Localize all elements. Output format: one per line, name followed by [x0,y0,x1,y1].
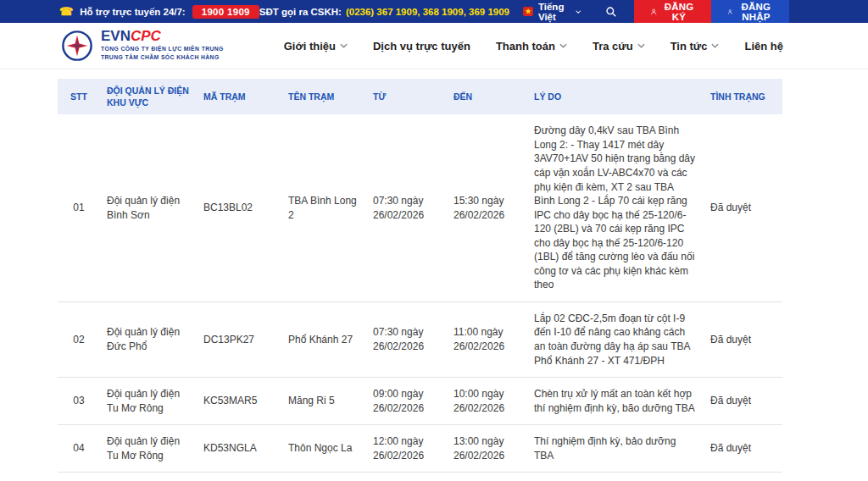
site-header: EVNCPC TỔNG CÔNG TY ĐIỆN LỰC MIỀN TRUNG … [0,23,868,69]
table-row: 05Đội quản lý điện Đức PhổDC13MI15Phổ Mi… [58,473,782,481]
cell-doi: Đội quản lý điện Bình Sơn [100,114,197,301]
cell-doi: Đội quản lý điện Đức Phổ [100,473,197,481]
cell-tinh_trang: Đã duyệt [704,114,782,301]
outage-table-body: 01Đội quản lý điện Bình SơnBC13BL02TBA B… [58,114,782,481]
register-button[interactable]: ĐĂNG KÝ [634,0,712,23]
cell-doi: Đội quản lý điện Tu Mơ Rông [100,378,197,425]
chevron-down-icon [711,43,719,48]
evn-logo-icon [61,30,93,62]
cell-stt: 04 [58,425,100,473]
vietnam-flag-icon: ★ [523,7,533,16]
org-line1: TỔNG CÔNG TY ĐIỆN LỰC MIỀN TRUNG [101,45,224,53]
topbar: ☎ Hỗ trợ trực tuyến 24/7: 1900 1909 SĐT … [0,0,868,23]
cell-tinh_trang: Đã duyệt [704,301,782,377]
cskh-numbers: (0236) 367 1909, 368 1909, 369 1909 [346,7,509,17]
cell-ma_tram: DC13PK27 [197,301,281,377]
brand[interactable]: EVNCPC TỔNG CÔNG TY ĐIỆN LỰC MIỀN TRUNG … [61,29,224,62]
brand-cpc: CPC [131,28,161,44]
cell-doi: Đội quản lý điện Đức Phổ [100,301,197,377]
cell-tu: 12:00 ngày 26/02/2026 [366,425,447,473]
nav-item-label: Tin tức [670,40,708,53]
org-name: TỔNG CÔNG TY ĐIỆN LỰC MIỀN TRUNG TRUNG T… [101,45,224,62]
chevron-down-icon [576,9,581,14]
brand-text: EVNCPC TỔNG CÔNG TY ĐIỆN LỰC MIỀN TRUNG … [101,29,224,62]
cell-tu: 07:30 ngày 26/02/2026 [366,301,447,377]
hotline-badge[interactable]: 1900 1909 [192,5,259,19]
cell-ma_tram: KD53NGLA [197,425,281,473]
nav-item-label: Giới thiệu [284,40,336,53]
column-header-0: STT [58,79,100,114]
brand-evn: EVN [101,28,131,44]
chevron-down-icon [637,43,645,48]
cell-ly_do: Lắp 02 CĐC-2,5m đoạn từ cột I-9 đến I-10… [527,301,704,377]
cell-tu: 09:00 ngày 26/02/2026 [366,378,447,425]
register-label: ĐĂNG KÝ [663,2,695,22]
cell-tinh_trang: Đã duyệt [704,425,782,473]
cell-ten_tram: Măng Ri 5 [281,378,366,425]
nav-item-label: Dịch vụ trực tuyến [373,40,470,53]
language-label: Tiếng Việt [538,2,570,22]
nav-item-label: Thanh toán [496,40,555,53]
language-selector[interactable]: ★ Tiếng Việt [523,0,581,23]
cell-stt: 05 [58,473,100,481]
cell-tinh_trang: Đã duyệt [704,473,782,481]
column-header-2: MÃ TRẠM [197,79,281,114]
search-icon [605,6,617,18]
login-label: ĐĂNG NHẬP [739,2,773,22]
user-icon [650,7,657,17]
cell-stt: 02 [58,301,100,377]
cell-den: 10:00 ngày 26/02/2026 [447,378,527,425]
cell-den: 11:00 ngày 26/02/2026 [447,301,527,377]
main-content: STTĐỘI QUẢN LÝ ĐIỆN KHU VỰCMÃ TRẠMTÊN TR… [0,69,868,481]
table-row: 01Đội quản lý điện Bình SơnBC13BL02TBA B… [58,114,782,301]
nav-item-label: Liên hệ [744,40,783,53]
table-row: 04Đội quản lý điện Tu Mơ RôngKD53NGLAThô… [58,425,782,473]
chevron-down-icon [559,43,567,48]
cell-tu: 07:30 ngày 26/02/2026 [366,114,447,301]
nav-item-0[interactable]: Giới thiệu [284,40,348,53]
nav-item-label: Tra cứu [593,40,633,53]
nav-item-1[interactable]: Dịch vụ trực tuyến [373,40,470,53]
cell-tu: 14:00 ngày 26/02/2026 [366,473,447,481]
cell-ly_do: Tại đường dây hạ áp sau TBA Phổ Minh 15 … [527,473,704,481]
column-header-4: TỪ [366,79,447,114]
cskh-label: SĐT gọi ra CSKH: [259,7,342,17]
cell-ly_do: Chèn trụ xử lý mất an toàn kết hợp thí n… [527,378,704,425]
cell-stt: 03 [58,378,100,425]
cell-ma_tram: BC13BL02 [197,114,281,301]
cell-stt: 01 [58,114,100,301]
brand-name: EVNCPC [101,29,224,45]
column-header-5: ĐẾN [447,79,527,114]
phone-icon: ☎ [59,5,73,18]
nav-item-5[interactable]: Liên hệ [744,40,783,53]
cell-den: 17:00 ngày 26/02/2026 [447,473,527,481]
topbar-right: SĐT gọi ra CSKH: (0236) 367 1909, 368 19… [259,0,868,23]
cell-ly_do: Thí nghiệm định kỳ, bảo dưỡng TBA [527,425,704,473]
chevron-down-icon [340,43,348,48]
main-nav: Giới thiệuDịch vụ trực tuyếnThanh toánTr… [284,40,783,53]
cell-den: 15:30 ngày 26/02/2026 [447,114,527,301]
cell-ten_tram: Phổ Khánh 27 [281,301,366,377]
outage-table: STTĐỘI QUẢN LÝ ĐIỆN KHU VỰCMÃ TRẠMTÊN TR… [58,79,782,481]
search-button[interactable] [593,0,629,23]
nav-item-3[interactable]: Tra cứu [593,40,645,53]
cell-ma_tram: DC13MI15 [197,473,281,481]
outage-table-head: STTĐỘI QUẢN LÝ ĐIỆN KHU VỰCMÃ TRẠMTÊN TR… [58,79,782,114]
column-header-7: TÌNH TRẠNG [704,79,782,114]
cell-ten_tram: TBA Bình Long 2 [281,114,366,301]
cell-doi: Đội quản lý điện Tu Mơ Rông [100,425,197,473]
table-row: 02Đội quản lý điện Đức PhổDC13PK27Phổ Kh… [58,301,782,377]
column-header-1: ĐỘI QUẢN LÝ ĐIỆN KHU VỰC [100,79,197,114]
org-line2: TRUNG TÂM CHĂM SÓC KHÁCH HÀNG [101,53,224,62]
support-label: Hỗ trợ trực tuyến 24/7: [80,7,186,17]
column-header-6: LÝ DO [527,79,704,114]
login-button[interactable]: ĐĂNG NHẬP [711,0,789,23]
topbar-support: ☎ Hỗ trợ trực tuyến 24/7: 1900 1909 [0,0,259,23]
cell-ma_tram: KC53MAR5 [197,378,281,425]
table-row: 03Đội quản lý điện Tu Mơ RôngKC53MAR5Măn… [58,378,782,425]
cskh-info: SĐT gọi ra CSKH: (0236) 367 1909, 368 19… [259,0,509,23]
cell-den: 13:00 ngày 26/02/2026 [447,425,527,473]
nav-item-2[interactable]: Thanh toán [496,40,567,53]
nav-item-4[interactable]: Tin tức [670,40,720,53]
cell-ly_do: Đường dây 0,4kV sau TBA Bình Long 2: - T… [527,114,704,301]
